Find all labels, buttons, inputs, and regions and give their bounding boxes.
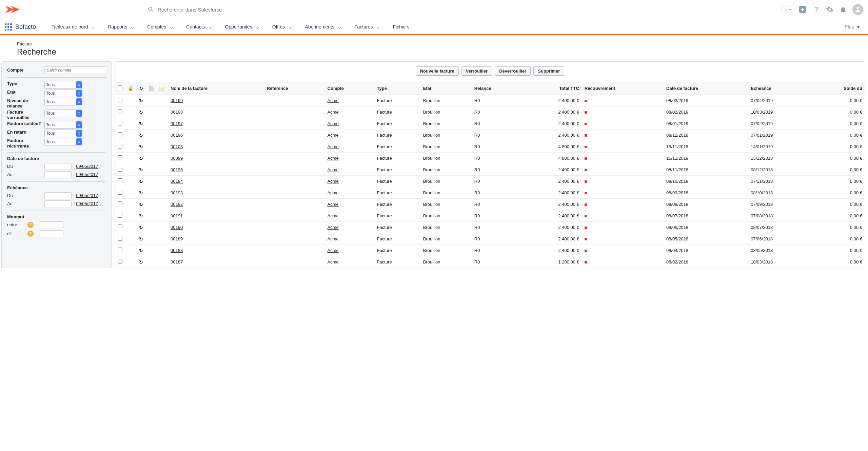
invoice-name-link[interactable]: 00189 [171,236,183,241]
help-icon[interactable]: ? [27,222,34,228]
cell-refresh[interactable]: ↻ [136,256,146,268]
col-etat[interactable]: Etat [420,82,472,95]
row-checkbox[interactable] [118,167,122,172]
select-all-checkbox[interactable] [118,85,122,90]
cell-refresh[interactable]: ↻ [136,118,146,130]
compte-link[interactable]: Acme [328,167,339,172]
col-type[interactable]: Type [374,82,420,95]
filter-6-select[interactable]: Tous▲▼ [44,138,82,145]
row-checkbox[interactable] [118,132,122,137]
row-checkbox[interactable] [118,201,122,206]
row-checkbox[interactable] [118,248,122,252]
invoice-name-link[interactable]: 00197 [171,121,183,126]
montant-to-input[interactable] [40,230,63,237]
row-checkbox[interactable] [118,178,122,183]
nav-item-5[interactable]: Offres⌄ [268,19,298,35]
invoice-name-link[interactable]: 00191 [171,213,183,218]
date-quick-link[interactable]: 09/05/2017 [76,164,98,169]
invoice-name-link[interactable]: 00194 [171,179,183,184]
cell-refresh[interactable]: ↻ [136,106,146,118]
invoice-name-link[interactable]: 00099 [171,156,183,161]
app-launcher-icon[interactable] [5,23,12,31]
compte-link[interactable]: Acme [328,179,339,184]
filter-2-select[interactable]: Tous▲▼ [44,98,82,105]
filter-compte-input[interactable] [44,66,106,74]
date-quick-link[interactable]: 09/05/2017 [76,172,98,177]
filter-1-select[interactable]: Tous▲▼ [44,90,82,97]
notifications-button[interactable] [839,5,848,14]
cell-refresh[interactable]: ↻ [136,233,146,245]
compte-link[interactable]: Acme [328,121,339,126]
nav-item-0[interactable]: Tableaux de bord⌄ [47,19,100,35]
cell-refresh[interactable]: ↻ [136,187,146,199]
compte-link[interactable]: Acme [328,133,339,138]
compte-link[interactable]: Acme [328,202,339,207]
date-quick-link[interactable]: 09/05/2017 [76,193,98,198]
cell-refresh[interactable]: ↻ [136,199,146,210]
compte-link[interactable]: Acme [328,225,339,230]
cell-refresh[interactable]: ↻ [136,95,146,106]
col-echeance[interactable]: Echéance [748,82,810,95]
compte-link[interactable]: Acme [328,190,339,195]
nav-item-8[interactable]: Fichiers [388,19,414,35]
compte-link[interactable]: Acme [328,98,339,103]
cell-refresh[interactable]: ↻ [136,153,146,164]
invoice-name-link[interactable]: 00198 [171,110,183,115]
nav-item-1[interactable]: Rapports⌄ [103,19,140,35]
setup-button[interactable] [825,5,834,14]
filter-3-select[interactable]: Tous▲▼ [44,110,82,117]
date-facture-from-input[interactable] [44,163,72,170]
echeance-from-input[interactable] [44,192,72,199]
compte-link[interactable]: Acme [328,156,339,161]
user-avatar[interactable] [852,4,863,15]
col-total[interactable]: Total TTC [522,82,582,95]
row-checkbox[interactable] [118,109,122,114]
nav-more[interactable]: Plus ▼ [845,24,863,30]
nav-item-2[interactable]: Comptes⌄ [142,19,179,35]
cell-refresh[interactable]: ↻ [136,245,146,256]
montant-from-input[interactable] [40,221,63,228]
row-checkbox[interactable] [118,236,122,241]
delete-button[interactable]: Supprimer [533,66,564,76]
invoice-name-link[interactable]: 00195 [171,167,183,172]
row-checkbox[interactable] [118,144,122,149]
new-invoice-button[interactable]: Nouvelle facture [416,66,459,76]
cell-refresh[interactable]: ↻ [136,210,146,222]
help-icon[interactable]: ? [27,231,34,237]
filter-5-select[interactable]: Tous▲▼ [44,130,82,137]
cell-refresh[interactable]: ↻ [136,164,146,176]
row-checkbox[interactable] [118,121,122,125]
col-reference[interactable]: Référence [264,82,325,95]
echeance-to-input[interactable] [44,200,72,207]
help-button[interactable]: ? [812,5,821,14]
compte-link[interactable]: Acme [328,110,339,115]
date-quick-link[interactable]: 09/05/2017 [76,201,98,206]
row-checkbox[interactable] [118,155,122,160]
nav-item-3[interactable]: Contacts⌄ [181,19,217,35]
cell-refresh[interactable]: ↻ [136,141,146,153]
invoice-name-link[interactable]: 00103 [171,144,183,149]
compte-link[interactable]: Acme [328,144,339,149]
add-button[interactable] [798,5,807,14]
invoice-name-link[interactable]: 00188 [171,248,183,253]
invoice-name-link[interactable]: 00199 [171,98,183,103]
favorites-button[interactable]: ☆▾ [782,6,793,13]
filter-0-select[interactable]: Tous▲▼ [44,81,82,89]
compte-link[interactable]: Acme [328,236,339,241]
col-compte[interactable]: Compte [325,82,374,95]
invoice-name-link[interactable]: 00196 [171,133,183,138]
filter-4-select[interactable]: Tous▲▼ [44,121,82,129]
invoice-name-link[interactable]: 00187 [171,259,183,264]
col-relance[interactable]: Relance [472,82,522,95]
row-checkbox[interactable] [118,98,122,102]
cell-refresh[interactable]: ↻ [136,130,146,141]
col-recouvrement[interactable]: Recouvrement [582,82,664,95]
nav-item-4[interactable]: Opportunités⌄ [220,19,265,35]
cell-refresh[interactable]: ↻ [136,176,146,187]
invoice-name-link[interactable]: 00193 [171,190,183,195]
date-facture-to-input[interactable] [44,171,72,178]
compte-link[interactable]: Acme [328,248,339,253]
search-input[interactable] [144,3,320,16]
col-name[interactable]: Nom de la facture [168,82,264,95]
lock-button[interactable]: Verrouiller [461,66,492,76]
